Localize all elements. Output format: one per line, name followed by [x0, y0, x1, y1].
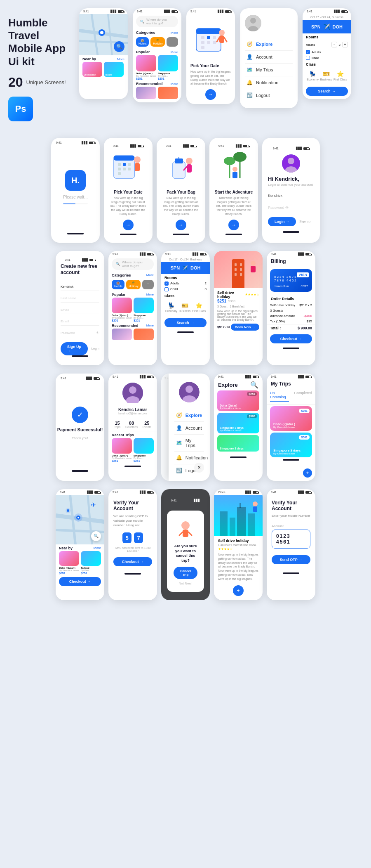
rooms-label: Rooms	[306, 35, 319, 39]
nav-mytrips[interactable]: 🗺️ My Trips	[245, 64, 293, 76]
svg-rect-9	[201, 36, 204, 39]
child-check[interactable]	[306, 56, 310, 60]
screen-flight-full: 9:41 ▊▊▊ Oct 17 - Oct 24, Business SPN ✈…	[161, 251, 210, 365]
browse2-cat-more[interactable]: ...	[142, 280, 154, 289]
adults-minus[interactable]: -	[331, 42, 337, 47]
svg-point-86	[253, 501, 258, 506]
checkout-btn[interactable]: Checkout →	[270, 334, 312, 343]
payment-status: 9:41 ▊▊▊	[56, 374, 104, 380]
verify-mobile-content: Verify Your Account Enter your Mobile Nu…	[267, 495, 315, 569]
flight-nav	[177, 331, 194, 333]
svg-rect-17	[219, 35, 224, 43]
cat-hotels[interactable]: 🏨Hotels	[136, 37, 149, 47]
map2-search-btn[interactable]: 🔍	[91, 531, 101, 541]
pick-date-text: Now were up in the big leagues getting o…	[190, 70, 231, 86]
explore-title: Explore	[218, 382, 238, 388]
nav-explore[interactable]: 🧭 Explore	[245, 38, 293, 51]
map-search-btn[interactable]: 🔍	[114, 41, 124, 52]
tab-completed[interactable]: Completed	[294, 391, 312, 402]
verify-checkout-btn[interactable]: Checkout →	[113, 557, 152, 566]
signup-email[interactable]: Email	[61, 306, 99, 314]
browse2-search[interactable]: 🔍 Where do you want to go?	[112, 258, 154, 270]
popular-more[interactable]: More	[171, 50, 178, 54]
add-trip-fab[interactable]: +	[303, 468, 312, 478]
menu-close-btn[interactable]: ✕	[194, 463, 204, 473]
browse2-cat-holiday[interactable]: 🌴Holiday	[126, 280, 141, 289]
signup-btn[interactable]: Sign Up →	[61, 342, 88, 355]
ob2-next[interactable]: →	[176, 220, 186, 230]
ob1-next[interactable]: →	[123, 220, 134, 230]
otp-digit-2[interactable]: 7	[134, 532, 143, 543]
signup-email-confirm[interactable]: Email	[61, 317, 99, 326]
checkout-btn2[interactable]: Checkout →	[59, 577, 101, 586]
screens-number: 20	[8, 75, 23, 90]
browse2-status: 9:41 ▊▊▊	[108, 251, 157, 257]
send-otp-btn[interactable]: Send OTP →	[272, 555, 310, 564]
screen-profile: 9:41 ▊▊▊ Kendric Lamar kendrick2@lamar.c…	[108, 374, 157, 481]
otp-input-group: 5 7	[113, 532, 152, 543]
account-number-input[interactable]: 0123 4561	[272, 530, 310, 549]
browse2-cat-hotel[interactable]: 🏨Hotels	[112, 280, 124, 289]
class-business[interactable]: 🎫Business	[320, 71, 332, 81]
book-now-btn[interactable]: Book Now →	[231, 324, 259, 331]
menu-account[interactable]: 👤 Account	[174, 422, 204, 435]
cat-holiday[interactable]: 🌴Holiday	[150, 37, 165, 47]
signup-nav	[72, 355, 88, 357]
class-biz2[interactable]: 🎫Business	[179, 302, 190, 312]
otp-digit-1[interactable]: 5	[122, 532, 131, 543]
city-desc: Now were up in the big leagues getting o…	[218, 553, 258, 581]
login-btn[interactable]: Login →	[268, 217, 296, 226]
explore-icon: 🧭	[247, 41, 253, 47]
cancel-trip-btn[interactable]: Cancel Trip	[174, 567, 197, 579]
flight-status: 9:41 ▊▊▊	[161, 251, 210, 257]
trips-title: My Trips	[267, 379, 315, 388]
class-eco2[interactable]: 💺Economy	[165, 302, 177, 312]
order-guests-row: 3 Guests	[267, 308, 315, 313]
login-link[interactable]: Login	[91, 347, 99, 350]
stat-trips: 15 Trips	[114, 421, 120, 428]
signup-link[interactable]: Sign up	[299, 220, 310, 223]
browse2-categories: 🏨Hotels 🌴Holiday ...	[108, 278, 157, 291]
svg-rect-28	[118, 168, 121, 170]
nav-account[interactable]: 👤 Account	[245, 51, 293, 64]
login-username-field[interactable]: Kendrick	[268, 192, 314, 200]
ob3-next[interactable]: →	[228, 220, 239, 230]
cat-more[interactable]: ...	[167, 37, 178, 47]
city-image	[214, 495, 263, 536]
login-password-field[interactable]: Password 👁	[268, 203, 314, 212]
phone-flight-preview: 9:41 ▊▊▊ Oct 17 - Oct 24, Business SPN ✈…	[303, 8, 351, 99]
signup-title: Create new free account	[61, 263, 99, 276]
verify-status: 9:41 ▊▊▊	[108, 489, 157, 495]
nav-notification[interactable]: 🔔 Notification	[245, 76, 293, 89]
search-btn2[interactable]: Search →	[164, 318, 207, 327]
class-options: 💺Economy 🎫Business ⭐First Class	[303, 67, 351, 84]
screen-onboard-2: 9:41 ▊▊▊ Pack Your Bag Now were up in th…	[157, 138, 205, 243]
explore-search-icon[interactable]: 🔍	[250, 381, 258, 389]
adults-plus[interactable]: +	[342, 42, 348, 47]
menu-explore[interactable]: 🧭 Explore	[174, 409, 204, 422]
menu-mytrips[interactable]: 🗺️ My Trips	[174, 435, 204, 452]
screen-onboard-1: 9:41 ▊▊▊ Pick Your Date	[104, 138, 153, 243]
svg-rect-58	[251, 266, 256, 272]
search-bar-browse[interactable]: 🔍 Where do you want to go?	[136, 16, 178, 27]
status-bar-flight: 9:41 ▊▊▊	[303, 8, 351, 14]
class-first[interactable]: ⭐First Class	[333, 71, 347, 81]
close-icon[interactable]: ✕	[194, 463, 204, 473]
svg-rect-77	[183, 530, 188, 537]
class-first2[interactable]: ⭐First Class	[192, 302, 206, 312]
class-economy[interactable]: 💺Economy	[307, 71, 319, 81]
signup-password[interactable]: Password 👁	[61, 329, 99, 337]
tab-upcoming[interactable]: Up Comming	[270, 391, 289, 402]
city-next-btn[interactable]: +	[233, 585, 244, 596]
search-btn[interactable]: Search →	[306, 87, 348, 96]
screen-menu-open: 9:41 🧭 E	[161, 374, 210, 481]
signup-firstname[interactable]: Kendrick	[61, 283, 99, 291]
row1-hero: Humble Travel Mobile App Ui kit 20 Uniqu…	[8, 8, 363, 130]
categories-more[interactable]: More	[171, 31, 178, 35]
not-now-link[interactable]: Not Now!	[174, 582, 197, 585]
adults-check[interactable]: ✓	[306, 50, 310, 54]
date-next-btn[interactable]: →	[205, 89, 216, 100]
adults-stepper[interactable]: - 2 +	[331, 42, 348, 47]
signup-lastname[interactable]: Last name	[61, 294, 99, 303]
nav-logout[interactable]: ↩️ Logout	[245, 89, 293, 102]
